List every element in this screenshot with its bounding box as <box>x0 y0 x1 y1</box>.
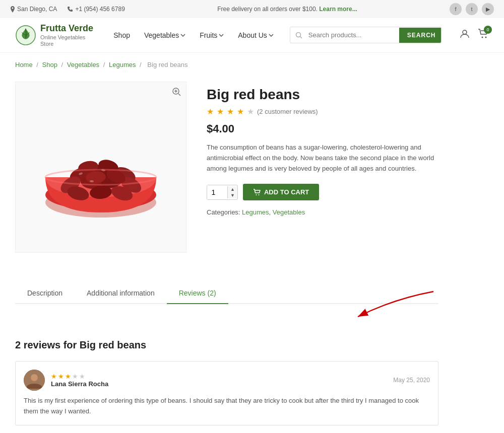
nav-fruits[interactable]: Fruits <box>194 27 230 43</box>
svg-point-5 <box>485 37 487 38</box>
quantity-up[interactable]: ▲ <box>228 186 237 192</box>
main-nav: Shop Vegetables Fruits About Us <box>107 27 280 43</box>
star-4: ★ <box>237 107 244 116</box>
nav-shop[interactable]: Shop <box>107 27 136 43</box>
svg-point-4 <box>482 37 483 38</box>
learn-more-link[interactable]: Learn more... <box>319 6 357 13</box>
top-bar-left: San Diego, CA +1 (954) 456 6789 <box>10 6 125 13</box>
quantity-input[interactable] <box>207 185 227 199</box>
product-title: Big red beans <box>207 87 438 103</box>
review-card-1: ★ ★ ★ ★ ★ Lana Sierra Rocha May 25, 2020… <box>15 361 438 425</box>
chevron-down-icon <box>219 34 224 37</box>
quantity-arrows: ▲ ▼ <box>227 186 237 198</box>
logo[interactable]: Frutta Verde Online Vegetables Store <box>15 23 97 47</box>
svg-point-31 <box>258 194 259 195</box>
location: San Diego, CA <box>10 6 57 13</box>
logo-icon <box>15 24 36 46</box>
star-2: ★ <box>217 107 224 116</box>
header: Frutta Verde Online Vegetables Store Sho… <box>0 18 504 53</box>
account-icon[interactable] <box>460 29 470 41</box>
add-to-cart-row: ▲ ▼ ADD TO CART <box>207 184 438 200</box>
red-arrow <box>348 289 438 324</box>
promo-bar: Free delivery on all orders over $100. L… <box>125 6 450 13</box>
quantity-down[interactable]: ▼ <box>228 192 237 198</box>
breadcrumb-vegetables[interactable]: Vegetables <box>67 61 99 68</box>
search-button[interactable]: SEARCH <box>399 28 442 43</box>
category-legumes[interactable]: Legumes <box>242 208 269 216</box>
tab-description[interactable]: Description <box>15 283 75 304</box>
twitter-icon[interactable]: t <box>466 3 478 15</box>
review-date-1: May 25, 2020 <box>393 377 430 384</box>
category-vegetables[interactable]: Vegetables <box>273 208 305 216</box>
search-icon <box>295 32 302 39</box>
svg-point-1 <box>296 32 300 37</box>
categories: Categories: Legumes, Vegetables <box>207 208 438 216</box>
nav-vegetables[interactable]: Vegetables <box>138 27 192 43</box>
breadcrumb-shop[interactable]: Shop <box>42 61 57 68</box>
chevron-down-icon <box>180 34 185 37</box>
phone: +1 (954) 456 6789 <box>67 6 124 13</box>
reviewer-meta-1: ★ ★ ★ ★ ★ Lana Sierra Rocha <box>51 373 387 388</box>
tab-reviews[interactable]: Reviews (2) <box>167 283 228 304</box>
chevron-down-icon <box>269 34 274 37</box>
reviews-section: 2 reviews for Big red beans ★ ★ ★ ★ ★ La <box>0 334 454 433</box>
breadcrumb-legumes[interactable]: Legumes <box>109 61 136 68</box>
product-rating: ★ ★ ★ ★ ★ (2 customer reviews) <box>207 107 438 116</box>
youtube-icon[interactable]: ▶ <box>482 3 494 15</box>
reviews-title: 2 reviews for Big red beans <box>15 339 438 351</box>
tab-additional-info[interactable]: Additional information <box>75 283 167 304</box>
add-to-cart-button[interactable]: ADD TO CART <box>243 184 319 200</box>
breadcrumb-current: Big red beans <box>147 61 187 68</box>
nav-about[interactable]: About Us <box>232 27 280 43</box>
zoom-icon[interactable] <box>172 87 181 98</box>
cart-icon-btn <box>253 189 261 196</box>
star-3: ★ <box>227 107 234 116</box>
search-input[interactable] <box>302 27 399 43</box>
product-image <box>15 82 186 253</box>
reviewer-avatar-1 <box>24 370 45 391</box>
star-5: ★ <box>247 107 254 116</box>
product-section: Big red beans ★ ★ ★ ★ ★ (2 customer revi… <box>0 77 454 268</box>
social-links: f t ▶ <box>450 3 494 15</box>
breadcrumb-home[interactable]: Home <box>15 61 33 68</box>
product-description: The consumption of beans has a sugar-low… <box>207 142 438 174</box>
arrow-container <box>15 304 469 334</box>
top-bar: San Diego, CA +1 (954) 456 6789 Free del… <box>0 0 504 18</box>
reviewer-stars-1: ★ ★ ★ ★ ★ <box>51 373 387 380</box>
cart-badge: 0 <box>484 26 492 34</box>
product-price: $4.00 <box>207 122 438 135</box>
cart-icon[interactable]: 0 <box>478 29 489 41</box>
svg-line-7 <box>178 94 180 96</box>
svg-point-34 <box>31 374 38 381</box>
breadcrumb: Home / Shop / Vegetables / Legumes / Big… <box>0 53 504 77</box>
review-count: (2 customer reviews) <box>257 108 318 115</box>
svg-line-2 <box>300 36 302 38</box>
review-text-1: This is my first experience of ordering … <box>24 396 430 417</box>
product-info: Big red beans ★ ★ ★ ★ ★ (2 customer revi… <box>207 82 438 253</box>
star-1: ★ <box>207 107 214 116</box>
avatar-image-1 <box>24 370 45 391</box>
header-icons: 0 <box>460 29 489 41</box>
facebook-icon[interactable]: f <box>450 3 462 15</box>
product-illustration <box>30 97 171 238</box>
quantity-control: ▲ ▼ <box>207 185 238 200</box>
svg-point-3 <box>463 30 467 34</box>
search-bar: SEARCH <box>290 27 442 43</box>
svg-point-30 <box>256 194 257 195</box>
reviewer-name-1: Lana Sierra Rocha <box>51 380 387 388</box>
review-header-1: ★ ★ ★ ★ ★ Lana Sierra Rocha May 25, 2020 <box>24 370 430 391</box>
logo-text: Frutta Verde Online Vegetables Store <box>40 23 97 47</box>
